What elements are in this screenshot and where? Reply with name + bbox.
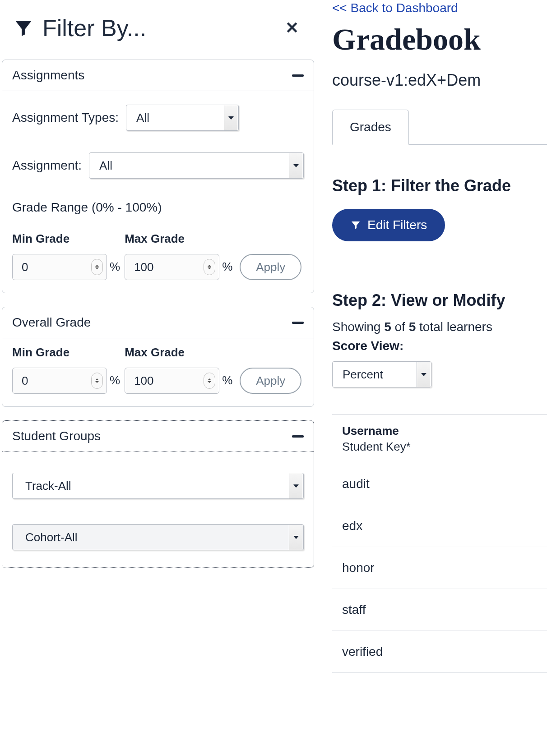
overall-max-input[interactable]: 100 <box>125 368 219 394</box>
table-row[interactable]: honor <box>332 547 547 589</box>
tab-bar: Grades <box>332 110 547 145</box>
collapse-icon <box>292 74 304 77</box>
score-view-select[interactable]: Percent <box>332 361 431 387</box>
filter-header: Filter By... ✕ <box>0 5 316 60</box>
collapse-icon <box>292 322 304 324</box>
showing-suffix: total learners <box>416 320 492 334</box>
cohort-select[interactable]: Cohort-All <box>12 524 304 550</box>
overall-grade-panel: Overall Grade Min Grade 0 % Max Grade <box>2 307 314 407</box>
column-subheader: Student Key* <box>342 440 547 454</box>
table-header: Username Student Key* <box>332 415 547 463</box>
apply-button[interactable]: Apply <box>240 368 301 394</box>
step1-title: Step 1: Filter the Grade <box>332 176 547 195</box>
score-view-value: Percent <box>343 368 383 382</box>
course-id: course-v1:edX+Dem <box>332 71 547 90</box>
chevron-down-icon <box>289 153 302 178</box>
min-grade-input[interactable]: 0 <box>12 254 107 280</box>
edit-filters-label: Edit Filters <box>367 218 427 232</box>
assignments-panel-title: Assignments <box>12 68 84 83</box>
grade-range-label: Grade Range (0% - 100%) <box>12 200 304 215</box>
table-row[interactable]: verified <box>332 631 547 673</box>
percent-label: % <box>110 260 120 274</box>
groups-panel-toggle[interactable]: Student Groups <box>2 421 314 452</box>
number-spinner[interactable] <box>204 373 215 389</box>
showing-text: Showing 5 of 5 total learners <box>332 320 547 334</box>
assignment-value: All <box>99 159 112 173</box>
percent-label: % <box>222 373 232 387</box>
track-value: Track-All <box>25 479 71 493</box>
assignment-select[interactable]: All <box>89 152 304 179</box>
funnel-icon <box>350 220 361 230</box>
chevron-down-icon <box>289 473 302 498</box>
apply-button[interactable]: Apply <box>240 254 301 280</box>
groups-panel-title: Student Groups <box>12 429 101 443</box>
overall-min-value: 0 <box>22 374 28 388</box>
chevron-down-icon <box>289 525 302 550</box>
showing-count: 5 <box>384 320 391 334</box>
max-grade-value: 100 <box>134 260 153 274</box>
overall-min-input[interactable]: 0 <box>12 368 107 394</box>
step2-title: Step 2: View or Modify <box>332 291 547 310</box>
filter-sidebar: Filter By... ✕ Assignments Assignment Ty… <box>0 0 316 673</box>
assignments-panel-toggle[interactable]: Assignments <box>2 60 314 91</box>
main-content: << Back to Dashboard Gradebook course-v1… <box>316 0 547 673</box>
close-icon[interactable]: ✕ <box>281 18 303 37</box>
chevron-down-icon <box>417 362 430 387</box>
score-view-label: Score View: <box>332 339 547 353</box>
chevron-down-icon <box>224 105 237 130</box>
percent-label: % <box>222 260 232 274</box>
back-to-dashboard-link[interactable]: << Back to Dashboard <box>332 1 458 15</box>
number-spinner[interactable] <box>91 259 103 275</box>
track-select[interactable]: Track-All <box>12 473 304 499</box>
showing-of: of <box>391 320 409 334</box>
assignments-panel: Assignments Assignment Types: All Assign… <box>2 60 314 293</box>
tab-grades[interactable]: Grades <box>332 110 409 145</box>
max-grade-input[interactable]: 100 <box>125 254 219 280</box>
min-grade-label: Min Grade <box>12 232 107 246</box>
filter-title: Filter By... <box>42 14 146 41</box>
assignment-types-label: Assignment Types: <box>12 111 119 125</box>
column-header-username: Username <box>342 424 547 438</box>
percent-label: % <box>110 373 120 387</box>
page-title: Gradebook <box>332 22 547 57</box>
number-spinner[interactable] <box>204 259 215 275</box>
assignment-types-value: All <box>136 111 149 125</box>
table-row[interactable]: edx <box>332 505 547 547</box>
max-grade-label: Max Grade <box>125 232 219 246</box>
assignment-types-select[interactable]: All <box>126 105 239 131</box>
funnel-icon <box>13 17 34 39</box>
number-spinner[interactable] <box>91 373 103 389</box>
table-row[interactable]: audit <box>332 463 547 505</box>
table-row[interactable]: staff <box>332 589 547 631</box>
learners-table: Username Student Key* audit edx honor st… <box>332 415 547 673</box>
overall-min-label: Min Grade <box>12 346 107 360</box>
showing-prefix: Showing <box>332 320 384 334</box>
cohort-value: Cohort-All <box>25 530 78 544</box>
student-groups-panel: Student Groups Track-All Cohort-All <box>2 420 314 568</box>
collapse-icon <box>292 435 304 438</box>
edit-filters-button[interactable]: Edit Filters <box>332 209 445 241</box>
overall-panel-toggle[interactable]: Overall Grade <box>2 307 314 338</box>
overall-panel-title: Overall Grade <box>12 315 91 330</box>
overall-max-value: 100 <box>134 374 153 388</box>
showing-total: 5 <box>409 320 416 334</box>
assignment-label: Assignment: <box>12 158 82 173</box>
overall-max-label: Max Grade <box>125 346 219 360</box>
min-grade-value: 0 <box>22 260 28 274</box>
